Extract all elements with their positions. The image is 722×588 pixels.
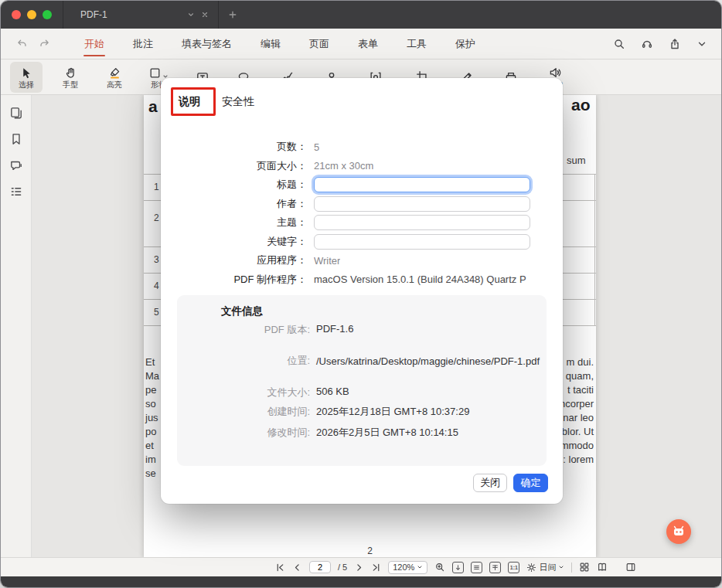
zoom-in-icon[interactable] — [434, 562, 445, 573]
last-page-icon[interactable] — [371, 563, 381, 573]
ok-button[interactable]: 确定 — [513, 474, 548, 492]
table-row-number: 5 — [154, 307, 159, 318]
outline-icon[interactable] — [9, 185, 23, 199]
bookmark-icon[interactable] — [9, 132, 23, 146]
application-value: Writer — [314, 255, 340, 267]
page-size-label: 页面大小： — [161, 159, 314, 173]
theme-value: 日间 — [539, 562, 556, 573]
dialog-tab-security[interactable]: 安全性 — [222, 95, 254, 109]
ribbon-tab-annotate[interactable]: 批注 — [131, 29, 155, 59]
page-number-input[interactable] — [309, 561, 331, 573]
location-value: /Users/katrina/Desktop/maggie/chinese/PD… — [316, 354, 548, 369]
thumbnails-icon[interactable] — [9, 106, 23, 120]
file-info-panel: 文件信息 PDF 版本: PDF-1.6 位置: /Users/katrina/… — [177, 295, 547, 466]
author-label: 作者： — [161, 197, 314, 211]
divider — [571, 563, 572, 573]
actual-size-icon[interactable]: 1:1 — [508, 562, 519, 573]
titlebar: PDF-1 — [1, 1, 721, 29]
panel-layout-icon[interactable] — [625, 562, 636, 573]
ribbon-tab-home[interactable]: 开始 — [83, 29, 106, 59]
single-page-view-icon[interactable] — [452, 562, 464, 573]
ribbon-bar: 开始 批注 填表与签名 编辑 页面 表单 工具 保护 — [1, 29, 721, 59]
theme-select[interactable]: 日间 — [526, 562, 564, 573]
table-line — [144, 246, 161, 247]
modified-value: 2026年2月5日 GMT+8 10:14:15 — [316, 426, 458, 440]
collapse-ribbon-icon[interactable] — [696, 38, 707, 50]
doc-text-fragment: blor. Ut — [562, 425, 594, 439]
table-row-number: 4 — [154, 280, 159, 291]
ribbon-tab-page[interactable]: 页面 — [308, 29, 331, 59]
document-tab[interactable]: PDF-1 — [63, 1, 219, 29]
left-panel-sidebar — [1, 95, 32, 557]
robot-face-icon — [671, 524, 686, 539]
keywords-input[interactable] — [314, 234, 530, 250]
doc-text-fragment: t taciti — [567, 383, 594, 397]
subject-label: 主题： — [161, 216, 314, 229]
dialog-tab-description[interactable]: 说明 — [179, 95, 200, 109]
search-icon[interactable] — [613, 38, 625, 50]
tab-close-icon[interactable] — [198, 9, 212, 20]
book-view-icon[interactable] — [597, 562, 608, 573]
undo-icon[interactable] — [16, 38, 28, 49]
ribbon-tab-edit[interactable]: 编辑 — [259, 29, 282, 59]
table-line — [562, 299, 596, 300]
highlight-tool-button[interactable]: 高亮 — [98, 62, 131, 93]
pages-label: 页数： — [161, 140, 314, 154]
shapes-icon — [148, 66, 162, 80]
table-line — [144, 273, 161, 274]
first-page-icon[interactable] — [275, 563, 285, 573]
doc-text-fragment: m dui. — [567, 355, 594, 369]
new-tab-button[interactable] — [219, 10, 247, 19]
grid-view-icon[interactable] — [579, 562, 590, 573]
created-label: 创建时间: — [177, 405, 310, 419]
ribbon-tab-protect[interactable]: 保护 — [454, 29, 477, 59]
ribbon-tabs: 开始 批注 填表与签名 编辑 页面 表单 工具 保护 — [83, 29, 477, 59]
minimize-window-button[interactable] — [27, 10, 36, 19]
table-line — [144, 299, 161, 300]
zoom-select[interactable]: 120% — [388, 561, 427, 574]
next-page-icon[interactable] — [354, 563, 364, 573]
support-icon[interactable] — [641, 38, 653, 50]
table-line — [144, 325, 161, 326]
select-tool-button[interactable]: 选择 — [10, 62, 43, 93]
file-size-label: 文件大小: — [177, 386, 310, 399]
document-tab-title: PDF-1 — [80, 9, 184, 20]
doc-heading-fragment: ao — [571, 98, 591, 112]
doc-text-fragment: Et — [145, 355, 155, 369]
doc-text-fragment: se — [145, 467, 156, 481]
producer-label: PDF 制作程序： — [161, 273, 314, 287]
title-label: 标题： — [161, 178, 314, 192]
facing-pages-view-icon[interactable] — [489, 562, 501, 573]
created-value: 2025年12月18日 GMT+8 10:37:29 — [316, 405, 469, 419]
doc-text-fragment: : lorem — [563, 453, 594, 467]
redo-icon[interactable] — [39, 38, 50, 49]
comments-icon[interactable] — [9, 158, 23, 172]
doc-text-fragment: ncorper — [560, 397, 594, 411]
doc-table-text: sum — [567, 154, 586, 168]
ribbon-tab-form[interactable]: 表单 — [356, 29, 380, 59]
hand-tool-button[interactable]: 手型 — [54, 62, 87, 93]
subject-input[interactable] — [314, 215, 530, 230]
doc-text-fragment: im — [145, 453, 156, 467]
status-bar: / 5 120% 1:1 日间 — [1, 557, 721, 576]
zoom-window-button[interactable] — [43, 10, 52, 19]
previous-page-icon[interactable] — [292, 563, 302, 573]
doc-text-fragment: mmodo — [560, 439, 594, 453]
tab-chevron-down-icon[interactable] — [184, 9, 198, 20]
table-line — [594, 174, 595, 325]
author-input[interactable] — [314, 196, 530, 212]
pdf-version-value: PDF-1.6 — [316, 323, 353, 335]
table-line — [562, 273, 596, 274]
table-line — [144, 174, 161, 175]
continuous-view-icon[interactable] — [471, 562, 482, 573]
table-line — [144, 200, 161, 201]
close-window-button[interactable] — [12, 10, 21, 19]
table-row-number: 3 — [154, 254, 159, 265]
ribbon-tab-fill-sign[interactable]: 填表与签名 — [180, 29, 233, 59]
support-mascot-button[interactable] — [666, 519, 691, 544]
title-input[interactable] — [314, 177, 530, 192]
ribbon-tab-tools[interactable]: 工具 — [405, 29, 428, 59]
share-icon[interactable] — [669, 38, 681, 50]
close-button[interactable]: 关闭 — [473, 474, 507, 492]
hand-icon — [64, 65, 77, 80]
